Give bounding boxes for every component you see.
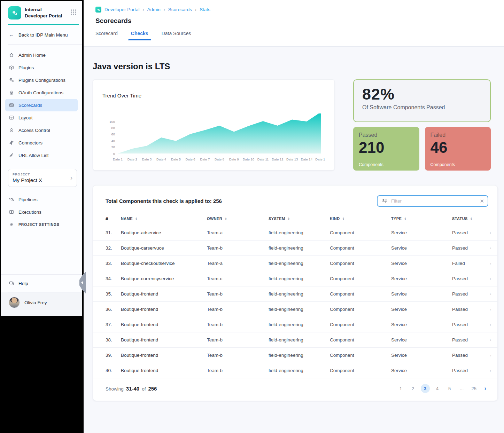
table-row[interactable]: 33.Boutique-checkoutserviceTeam-afield-e…: [93, 255, 497, 271]
chat-icon: [9, 281, 14, 286]
column-header-system[interactable]: SYSTEM▲▼: [269, 216, 330, 221]
sidebar-item-label: Connectors: [18, 140, 42, 145]
column-header-owner[interactable]: OWNER▲▼: [207, 216, 269, 221]
breadcrumb-logo-icon: [95, 7, 101, 13]
sort-icon[interactable]: ▲▼: [225, 217, 227, 220]
trend-area-chart: 020406080100Date 1Date 2Date 3Date 4Date…: [102, 102, 325, 165]
table-header-row: #NAME▲▼OWNER▲▼SYSTEM▲▼KIND▲▼TYPE▲▼STATUS…: [93, 212, 497, 225]
sidebar-item-help[interactable]: Help: [1, 275, 82, 292]
clear-filter-icon[interactable]: ✕: [480, 198, 484, 204]
cell-type: Service: [391, 353, 452, 358]
svg-text:Date 5: Date 5: [171, 157, 181, 161]
cell-type: Service: [391, 261, 452, 266]
cell-status: Passed: [452, 307, 490, 312]
pipeline-icon: [9, 197, 14, 202]
apps-grid-icon[interactable]: [70, 9, 77, 17]
page-3[interactable]: 3: [421, 384, 430, 393]
sidebar-item-plugins[interactable]: Plugins: [5, 61, 78, 74]
chart-title: Trend Over Time: [102, 93, 325, 99]
project-selector[interactable]: PROJECT My Project X ›: [8, 169, 77, 187]
sidebar-item-executions[interactable]: Executions: [5, 206, 78, 218]
app-title: Internal Developer Portal: [25, 7, 62, 19]
next-page-icon[interactable]: ›: [482, 385, 488, 392]
filter-input[interactable]: [391, 198, 476, 204]
breadcrumb-link-developer-portal[interactable]: Developer Portal: [104, 7, 140, 12]
svg-text:40: 40: [111, 139, 115, 143]
table-row[interactable]: 34.Boutique-currencyserviceTeam-cfield-e…: [93, 271, 497, 286]
table-row[interactable]: 37.Boutique-frontendTeam-bfield-engineer…: [93, 317, 497, 332]
column-header-name[interactable]: NAME▲▼: [121, 216, 207, 221]
table-title: Total Components this check is applied t…: [106, 198, 222, 204]
sort-icon[interactable]: ▲▼: [404, 217, 406, 220]
cell-name: Boutique-frontend: [121, 368, 207, 373]
svg-text:Date 2: Date 2: [127, 157, 137, 161]
sidebar-item-layout[interactable]: Layout: [5, 111, 78, 124]
sort-icon[interactable]: ▲▼: [288, 217, 290, 220]
column-header-[interactable]: #: [106, 216, 121, 221]
page-2[interactable]: 2: [409, 384, 418, 393]
filter-sliders-icon[interactable]: [382, 198, 388, 204]
cell-num: 33.: [106, 261, 121, 266]
table-row[interactable]: 39.Boutique-frontendTeam-bfield-engineer…: [93, 347, 497, 363]
user-name: Olivia Frey: [24, 300, 47, 305]
sidebar-item-connectors[interactable]: Connectors: [5, 136, 78, 149]
table-row[interactable]: 40.Boutique-frontendTeam-bfield-engineer…: [93, 363, 497, 378]
cell-type: Service: [391, 368, 452, 373]
table-row[interactable]: 35.Boutique-frontendTeam-bfield-engineer…: [93, 286, 497, 301]
sidebar-nav: Admin HomePluginsPlugins ConfigurationsO…: [1, 45, 82, 163]
tab-scorecard[interactable]: Scorecard: [95, 31, 118, 40]
sidebar-item-oauth-configurations[interactable]: OAuth Configurations: [5, 86, 78, 99]
content: Java version is LTS Trend Over Time 0204…: [84, 47, 504, 401]
column-header-kind[interactable]: KIND▲▼: [330, 216, 391, 221]
cell-system: field-engineering: [269, 245, 330, 251]
column-header-status[interactable]: STATUS▲▼: [452, 216, 490, 221]
cell-system: field-engineering: [269, 322, 330, 327]
svg-text:Date 6: Date 6: [186, 157, 195, 161]
breadcrumb-link-stats[interactable]: Stats: [200, 7, 210, 12]
sidebar-item-url-allow-list[interactable]: URL Allow List: [5, 149, 78, 162]
cell-status: Passed: [452, 353, 490, 358]
sidebar-item-project-settings[interactable]: PROJECT SETTINGS: [5, 218, 78, 231]
row-chevron-icon: ›: [490, 276, 497, 281]
table-row[interactable]: 32.Boutique-carservuceTeam-bfield-engine…: [93, 240, 497, 255]
svg-text:0: 0: [113, 152, 115, 156]
sidebar-item-plugins-configurations[interactable]: Plugins Configurations: [5, 74, 78, 86]
cell-name: Boutique-adservice: [121, 230, 207, 235]
page-4[interactable]: 4: [433, 384, 442, 393]
cell-num: 39.: [106, 353, 121, 358]
back-to-idp-main-menu[interactable]: ← Back to IDP Main Menu: [1, 25, 82, 44]
page-1[interactable]: 1: [396, 384, 405, 393]
svg-text:Date 3: Date 3: [142, 157, 152, 161]
check-heading: Java version is LTS: [93, 62, 497, 71]
tab-checks[interactable]: Checks: [131, 31, 148, 40]
cell-kind: Component: [330, 261, 391, 266]
failed-unit: Components: [431, 162, 486, 167]
breadcrumb-link-scorecards[interactable]: Scorecards: [168, 7, 192, 12]
cell-status: Failed: [452, 261, 490, 266]
user-menu[interactable]: Olivia Frey: [1, 292, 82, 316]
page-25[interactable]: 25: [470, 384, 479, 393]
row-chevron-icon: ›: [490, 337, 497, 343]
table-footer: Showing 31-40 of 256 12345...25›: [93, 378, 497, 401]
lock-icon: [9, 90, 14, 95]
sidebar-item-pipelines[interactable]: Pipelines: [5, 193, 78, 206]
cell-owner: Team-b: [207, 322, 269, 327]
table-body: 31.Boutique-adserviceTeam-afield-enginee…: [93, 225, 497, 378]
column-header-type[interactable]: TYPE▲▼: [391, 216, 452, 221]
table-row[interactable]: 36.Boutique-frontendTeam-bfield-engineer…: [93, 301, 497, 317]
sort-icon[interactable]: ▲▼: [470, 217, 473, 220]
chevron-right-icon: ›: [70, 174, 72, 182]
sidebar-item-admin-home[interactable]: Admin Home: [5, 49, 78, 61]
svg-text:Date 4: Date 4: [156, 157, 166, 161]
sort-icon[interactable]: ▲▼: [135, 217, 138, 220]
sidebar-item-access-control[interactable]: Access Control: [5, 124, 78, 136]
sidebar-item-scorecards[interactable]: Scorecards: [5, 99, 78, 111]
table-row[interactable]: 31.Boutique-adserviceTeam-afield-enginee…: [93, 225, 497, 240]
sidebar-project-nav: PipelinesExecutionsPROJECT SETTINGS: [1, 187, 82, 232]
tab-data-sources[interactable]: Data Sources: [162, 31, 191, 40]
sort-icon[interactable]: ▲▼: [342, 217, 345, 220]
breadcrumb-link-admin[interactable]: Admin: [147, 7, 161, 12]
cell-status: Passed: [452, 337, 490, 343]
page-5[interactable]: 5: [445, 384, 454, 393]
table-row[interactable]: 38.Boutique-frontendTeam-bfield-engineer…: [93, 332, 497, 347]
